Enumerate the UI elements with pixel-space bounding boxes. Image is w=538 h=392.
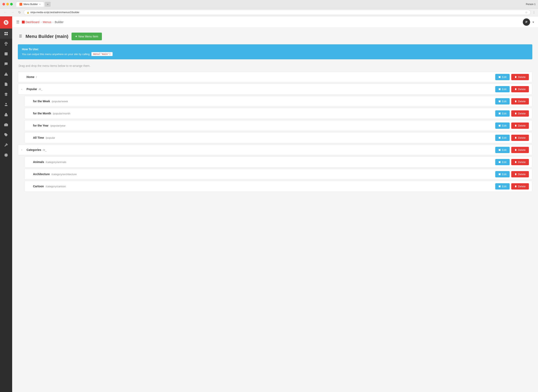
delete-button-alltime[interactable]: Delete xyxy=(511,135,529,141)
edit-button-architecture[interactable]: Edit xyxy=(495,171,510,177)
edit-icon-cartoon xyxy=(499,185,501,187)
active-tab[interactable]: Menu Builder ✕ xyxy=(16,2,44,7)
breadcrumb-menus-label: Menus xyxy=(43,20,51,24)
edit-label-categories: Edit xyxy=(502,148,506,151)
menu-item-actions-year: Edit Delete xyxy=(495,122,529,129)
sidebar-item-settings[interactable] xyxy=(0,150,12,160)
menu-item-path-categories: /#_ xyxy=(43,148,46,151)
camera-icon xyxy=(4,123,8,127)
top-bar-right: P ▾ xyxy=(523,19,534,26)
menu-item-name-popular: Popular xyxy=(27,88,37,91)
sidebar-item-print[interactable] xyxy=(0,39,12,49)
menu-item-actions-alltime: Edit Delete xyxy=(495,135,529,141)
menu-item-path-home: / xyxy=(36,75,37,79)
sidebar-item-documents[interactable] xyxy=(0,79,12,89)
sidebar-item-camera[interactable] xyxy=(0,120,12,130)
plus-icon: + xyxy=(75,35,77,38)
svg-point-13 xyxy=(5,124,7,126)
menu-item-collapse-categories[interactable]: - xyxy=(21,148,24,151)
trash-icon-year xyxy=(515,124,517,127)
delete-button-categories[interactable]: Delete xyxy=(511,147,529,153)
browser-menu-button[interactable]: ⋮ xyxy=(532,10,536,14)
edit-button-week[interactable]: Edit xyxy=(495,98,510,104)
sidebar-item-alerts[interactable] xyxy=(0,69,12,79)
edit-icon-month xyxy=(499,112,501,115)
menu-item-path-alltime: /popular xyxy=(46,136,55,139)
user-icon xyxy=(4,103,8,107)
maximize-button[interactable] xyxy=(10,3,13,5)
menu-items-container: - Home / Edit Delete xyxy=(18,71,532,192)
delete-label-categories: Delete xyxy=(518,148,526,151)
tab-close-button[interactable]: ✕ xyxy=(39,3,41,5)
delete-button-architecture[interactable]: Delete xyxy=(511,171,529,177)
lock-icon: 🔒 xyxy=(27,11,29,14)
breadcrumb-dashboard-link[interactable]: Dashboard xyxy=(22,20,39,24)
delete-button-week[interactable]: Delete xyxy=(511,98,529,104)
edit-label-animals: Edit xyxy=(502,161,506,163)
hamburger-icon[interactable]: ☰ xyxy=(16,20,19,24)
svg-rect-12 xyxy=(5,114,8,116)
sidebar-item-layers[interactable] xyxy=(0,89,12,99)
delete-label-year: Delete xyxy=(518,124,526,127)
delete-label-architecture: Delete xyxy=(518,173,526,176)
bookmark-icon[interactable]: ☆ xyxy=(525,11,528,14)
delete-button-animals[interactable]: Delete xyxy=(511,159,529,165)
close-button[interactable] xyxy=(2,3,5,5)
sidebar-item-security[interactable] xyxy=(0,110,12,120)
layers-icon xyxy=(4,92,8,96)
user-dropdown-arrow[interactable]: ▾ xyxy=(533,20,534,24)
menu-item-actions-week: Edit Delete xyxy=(495,98,529,104)
delete-button-home[interactable]: Delete xyxy=(511,74,529,80)
menu-item-path-animals: /category/animals xyxy=(46,161,66,163)
edit-button-popular[interactable]: Edit xyxy=(495,86,510,92)
edit-button-alltime[interactable]: Edit xyxy=(495,135,510,141)
url-bar[interactable]: 🔒 ninja-media-script.test/admin/menus/2/… xyxy=(24,10,531,15)
edit-button-year[interactable]: Edit xyxy=(495,122,510,129)
delete-button-month[interactable]: Delete xyxy=(511,110,529,117)
lock-icon xyxy=(4,112,8,117)
refresh-button[interactable]: ↻ xyxy=(17,10,22,15)
new-tab-button[interactable]: + xyxy=(45,2,51,7)
menu-item-path-cartoon: /category/cartoon xyxy=(46,185,66,188)
info-box-title: How To Use: xyxy=(22,48,528,51)
info-box: How To Use: You can output this menu any… xyxy=(18,44,532,59)
menu-item-name-year: for the Year xyxy=(33,124,49,127)
menu-item-path-month: /popular/month xyxy=(53,112,70,115)
info-box-description: You can output this menu anywhere on you… xyxy=(22,53,90,56)
trash-icon-week xyxy=(515,100,517,103)
page-header: Menu Builder (main) + New Menu Item xyxy=(18,33,532,40)
puzzle-icon xyxy=(4,133,8,137)
breadcrumb-menus-link[interactable]: Menus xyxy=(43,20,51,24)
back-button[interactable]: ← xyxy=(2,10,8,14)
forward-button[interactable]: → xyxy=(10,10,15,14)
user-avatar[interactable]: P xyxy=(523,19,530,26)
delete-button-popular[interactable]: Delete xyxy=(511,86,529,92)
new-menu-item-button[interactable]: + New Menu Item xyxy=(71,33,102,40)
svg-point-7 xyxy=(5,53,6,54)
edit-button-animals[interactable]: Edit xyxy=(495,159,510,165)
minimize-button[interactable] xyxy=(6,3,9,5)
main-content: ☰ Dashboard › Menus › Builder P xyxy=(12,16,538,392)
sidebar-item-tools[interactable] xyxy=(0,140,12,150)
edit-button-month[interactable]: Edit xyxy=(495,110,510,117)
menu-item-collapse-popular[interactable]: - xyxy=(21,88,24,91)
edit-button-cartoon[interactable]: Edit xyxy=(495,183,510,190)
sidebar-item-plugins[interactable] xyxy=(0,130,12,140)
edit-label-alltime: Edit xyxy=(502,136,506,139)
sidebar-item-chat[interactable] xyxy=(0,59,12,69)
address-bar: ← → ↻ 🔒 ninja-media-script.test/admin/me… xyxy=(0,9,538,16)
sidebar-item-users[interactable] xyxy=(0,99,12,110)
delete-button-year[interactable]: Delete xyxy=(511,122,529,129)
tab-favicon xyxy=(19,3,22,6)
edit-label-home: Edit xyxy=(502,75,506,79)
sidebar-logo[interactable]: N xyxy=(0,16,12,28)
svg-rect-2 xyxy=(5,32,6,33)
edit-button-categories[interactable]: Edit xyxy=(495,147,510,153)
menu-item-name-home: Home xyxy=(27,75,34,79)
edit-button-home[interactable]: Edit xyxy=(495,74,510,80)
dashboard-icon xyxy=(22,21,25,23)
sidebar-item-dashboard[interactable] xyxy=(0,28,12,39)
delete-button-cartoon[interactable]: Delete xyxy=(511,183,529,190)
menu-item-popular: - Popular /#_ Edit Delete xyxy=(18,84,532,94)
sidebar-item-images[interactable] xyxy=(0,49,12,59)
